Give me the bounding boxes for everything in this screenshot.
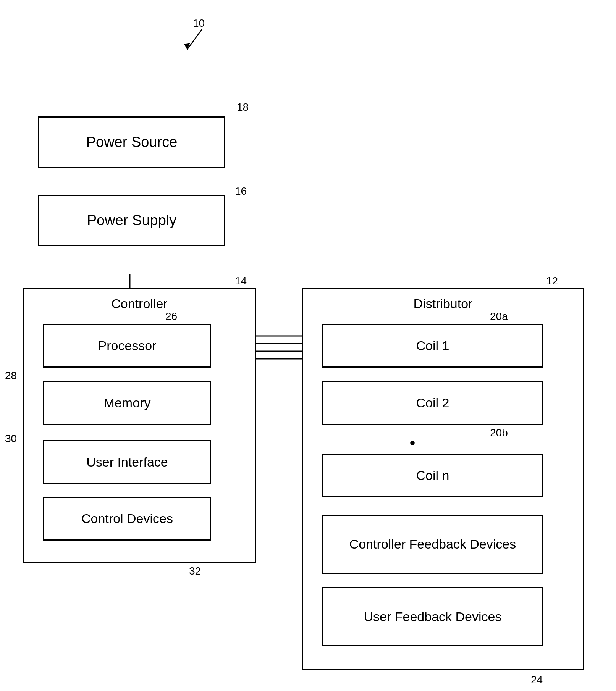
svg-marker-1 — [184, 43, 190, 50]
ref-30: 30 — [5, 433, 17, 445]
processor-box: Processor — [43, 324, 211, 368]
ref-10: 10 — [193, 17, 205, 29]
ref-14: 14 — [235, 275, 247, 287]
controller-feedback-box: Controller Feedback Devices — [322, 515, 543, 574]
svg-line-0 — [187, 29, 202, 50]
power-supply-box: Power Supply — [38, 195, 225, 246]
control-devices-box: Control Devices — [43, 497, 211, 541]
user-feedback-box: User Feedback Devices — [322, 587, 543, 646]
ref-16: 16 — [235, 185, 247, 197]
coil2-box: Coil 2 — [322, 381, 543, 425]
diagram-container: 10 18 Power Source 16 Power Supply 14 Co… — [0, 0, 616, 691]
processor-label: Processor — [98, 338, 156, 353]
coil2-label: Coil 2 — [416, 396, 449, 410]
user-interface-box: User Interface — [43, 440, 211, 484]
controller-box: Controller 26 Processor 28 Memory 30 Use… — [23, 288, 256, 563]
power-source-box: Power Source — [38, 116, 225, 168]
controller-title: Controller — [111, 296, 167, 311]
ref-18: 18 — [237, 101, 249, 113]
ref-28: 28 — [5, 370, 17, 382]
coiln-label: Coil n — [416, 468, 449, 483]
ref-20a: 20a — [490, 310, 508, 323]
coiln-box: Coil n — [322, 454, 543, 497]
ref-24: 24 — [531, 674, 543, 686]
power-supply-label: Power Supply — [87, 212, 176, 229]
memory-box: Memory — [43, 381, 211, 425]
user-interface-label: User Interface — [86, 455, 168, 470]
power-source-label: Power Source — [86, 134, 178, 150]
coil1-label: Coil 1 — [416, 338, 449, 353]
controller-feedback-label: Controller Feedback Devices — [349, 537, 516, 552]
user-feedback-label: User Feedback Devices — [364, 609, 502, 624]
coil1-box: Coil 1 — [322, 324, 543, 368]
distributor-box: Distributor 20a Coil 1 Coil 2 20b ••• 20… — [302, 288, 584, 670]
ref-26: 26 — [165, 310, 177, 323]
control-devices-label: Control Devices — [81, 511, 173, 526]
ref-32: 32 — [189, 565, 201, 577]
ref-20b: 20b — [490, 427, 508, 439]
memory-label: Memory — [104, 396, 151, 410]
ref-12: 12 — [546, 275, 558, 287]
distributor-title: Distributor — [414, 296, 473, 311]
